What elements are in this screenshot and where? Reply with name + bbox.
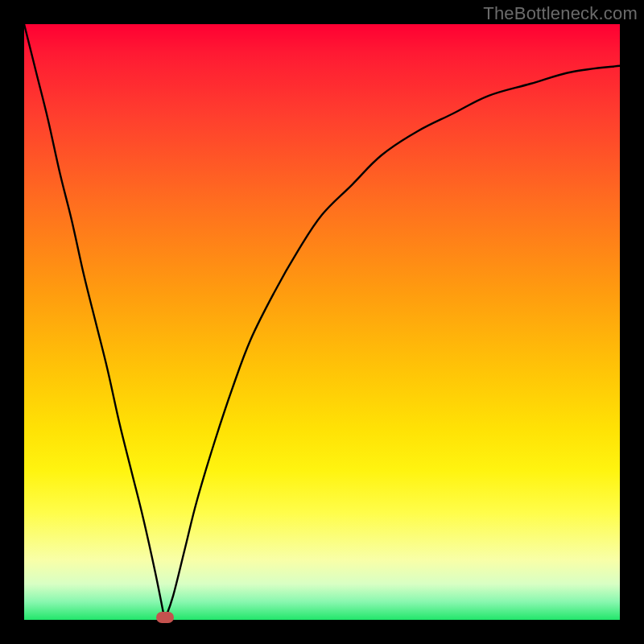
curve-path	[24, 24, 620, 620]
chart-stage: TheBottleneck.com	[0, 0, 644, 644]
bottleneck-curve	[24, 24, 620, 620]
watermark-text: TheBottleneck.com	[483, 3, 638, 24]
optimal-marker	[156, 612, 174, 623]
plot-area	[24, 24, 620, 620]
